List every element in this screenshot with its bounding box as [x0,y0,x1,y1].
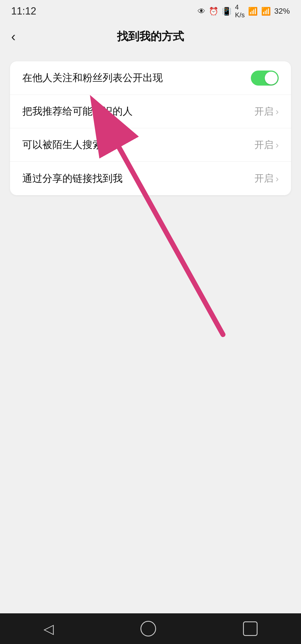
status-bar: 11:12 👁 ⏰ 📳 4K/s 📶 📶 32% [0,0,301,22]
settings-item-recommend[interactable]: 把我推荐给可能认识的人 开启 › [10,95,291,128]
alarm-icon: ⏰ [209,7,219,16]
chevron-recommend-icon: › [276,106,279,117]
settings-item-share-link[interactable]: 通过分享的链接找到我 开启 › [10,162,291,195]
nav-recent-button[interactable] [243,621,258,636]
nav-home-button[interactable] [140,621,156,636]
vibrate-icon: 📳 [222,7,232,16]
nav-recent-icon [243,621,258,636]
item-right-search: 开启 › [254,139,279,151]
header: ‹ 找到我的方式 [0,22,301,50]
chevron-share-link-icon: › [276,173,279,184]
page-title: 找到我的方式 [117,29,184,44]
item-label-recommend: 把我推荐给可能认识的人 [22,105,133,118]
nav-back-button[interactable]: ◁ [43,621,54,636]
nav-back-icon: ◁ [43,621,54,636]
chevron-search-icon: › [276,139,279,150]
network-icon: 4K/s [235,3,245,19]
signal-icon: 📶 [261,7,271,16]
item-right-share-link: 开启 › [254,172,279,185]
item-label-search: 可以被陌生人搜索到 [22,138,113,152]
toggle-knob [265,72,278,84]
status-time: 11:12 [11,5,36,17]
settings-item-public-follow[interactable]: 在他人关注和粉丝列表公开出现 [10,61,291,95]
settings-item-search[interactable]: 可以被陌生人搜索到 开启 › [10,128,291,162]
back-button[interactable]: ‹ [11,29,16,44]
wifi-icon: 📶 [248,7,258,16]
settings-card: 在他人关注和粉丝列表公开出现 把我推荐给可能认识的人 开启 › 可以被陌生人搜索… [10,61,291,195]
eye-icon: 👁 [198,7,205,16]
item-status-share-link: 开启 [254,172,273,185]
item-label-share-link: 通过分享的链接找到我 [22,172,123,185]
item-status-search: 开启 [254,139,273,151]
item-label-public-follow: 在他人关注和粉丝列表公开出现 [22,71,163,85]
battery-level: 32% [274,7,290,16]
toggle-public-follow[interactable] [251,71,279,86]
nav-home-icon [140,621,156,636]
nav-bar: ◁ [0,613,301,644]
item-status-recommend: 开启 [254,105,273,118]
status-icons: 👁 ⏰ 📳 4K/s 📶 📶 32% [198,3,290,19]
item-right-recommend: 开启 › [254,105,279,118]
